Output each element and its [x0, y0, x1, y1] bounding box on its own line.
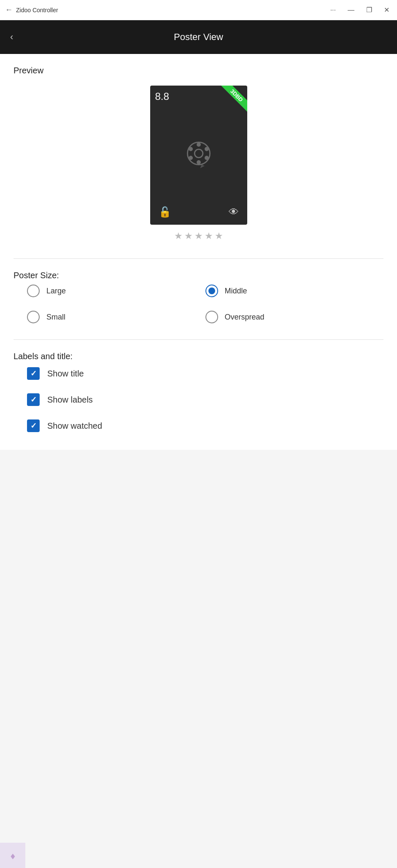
- checkbox-show-watched[interactable]: ✓ Show watched: [27, 414, 383, 438]
- radio-small-circle: [27, 311, 40, 323]
- checkmark-show-title: ✓: [30, 369, 37, 378]
- star-3: ★: [194, 231, 203, 242]
- minimize-button[interactable]: —: [345, 5, 357, 15]
- labels-section-title: Labels and title:: [14, 352, 73, 361]
- radio-overspread[interactable]: Overspread: [205, 306, 384, 328]
- star-rating: ★ ★ ★ ★ ★: [174, 231, 223, 242]
- radio-middle-inner: [208, 288, 215, 294]
- back-arrow-icon: ←: [5, 5, 13, 14]
- radio-middle-circle: [205, 285, 218, 297]
- radio-large[interactable]: Large: [27, 280, 205, 301]
- radio-large-label: Large: [46, 287, 66, 296]
- poster-size-section: Poster Size: Large Middle Small: [14, 271, 383, 328]
- checkbox-show-labels-box: ✓: [27, 393, 40, 406]
- eye-icon: 👁: [229, 206, 239, 218]
- checkbox-list: ✓ Show title ✓ Show labels ✓ Show watche…: [14, 361, 383, 438]
- checkmark-show-labels: ✓: [30, 395, 37, 404]
- bottom-bar: ⬧: [0, 843, 25, 868]
- checkbox-show-labels[interactable]: ✓ Show labels: [27, 387, 383, 412]
- preview-section: Preview 3DBD 8.8: [14, 66, 383, 242]
- poster-bottom-icons: 🔓 👁: [155, 204, 242, 220]
- svg-point-5: [205, 147, 209, 151]
- main-content: Preview 3DBD 8.8: [0, 54, 397, 450]
- more-button[interactable]: ···: [328, 5, 338, 15]
- lock-icon: 🔓: [159, 206, 171, 218]
- header: ‹ Poster View: [0, 20, 397, 54]
- close-button[interactable]: ✕: [381, 5, 392, 15]
- divider-1: [14, 258, 383, 259]
- title-bar: ← Zidoo Controller ··· — ❐ ✕: [0, 0, 397, 20]
- checkbox-show-watched-label: Show watched: [47, 421, 102, 431]
- radio-small-label: Small: [46, 313, 65, 322]
- star-2: ★: [184, 231, 193, 242]
- divider-2: [14, 339, 383, 340]
- restore-button[interactable]: ❐: [364, 5, 375, 15]
- bottom-icon: ⬧: [9, 849, 16, 862]
- checkbox-show-labels-label: Show labels: [47, 395, 93, 405]
- checkbox-show-title-label: Show title: [47, 369, 84, 379]
- radio-overspread-circle: [205, 311, 218, 323]
- back-button[interactable]: ‹: [10, 32, 13, 43]
- page-title: Poster View: [174, 32, 223, 43]
- checkbox-show-watched-box: ✓: [27, 419, 40, 432]
- radio-middle-label: Middle: [225, 287, 247, 296]
- poster-rating: 8.8: [155, 91, 242, 102]
- radio-middle[interactable]: Middle: [205, 280, 384, 301]
- radio-overspread-label: Overspread: [225, 313, 265, 322]
- star-4: ★: [205, 231, 213, 242]
- star-1: ★: [174, 231, 183, 242]
- checkbox-show-title-box: ✓: [27, 367, 40, 380]
- svg-point-6: [189, 156, 193, 160]
- svg-point-3: [197, 160, 201, 164]
- poster-size-options: Large Middle Small Overspread: [14, 280, 383, 328]
- radio-small[interactable]: Small: [27, 306, 205, 328]
- star-5: ★: [215, 231, 223, 242]
- window-controls: ··· — ❐ ✕: [328, 5, 392, 15]
- radio-large-circle: [27, 285, 40, 297]
- poster-size-label: Poster Size:: [14, 271, 59, 280]
- checkbox-show-title[interactable]: ✓ Show title: [27, 361, 383, 386]
- poster-preview: 3DBD 8.8: [150, 86, 247, 225]
- svg-point-1: [194, 149, 203, 158]
- svg-marker-8: [200, 165, 205, 168]
- labels-section: Labels and title: ✓ Show title ✓ Show la…: [14, 352, 383, 438]
- app-name: Zidoo Controller: [16, 7, 328, 13]
- checkmark-show-watched: ✓: [30, 421, 37, 430]
- svg-point-4: [189, 147, 193, 151]
- svg-point-2: [197, 142, 201, 147]
- svg-point-7: [205, 156, 209, 160]
- preview-section-title: Preview: [14, 66, 43, 75]
